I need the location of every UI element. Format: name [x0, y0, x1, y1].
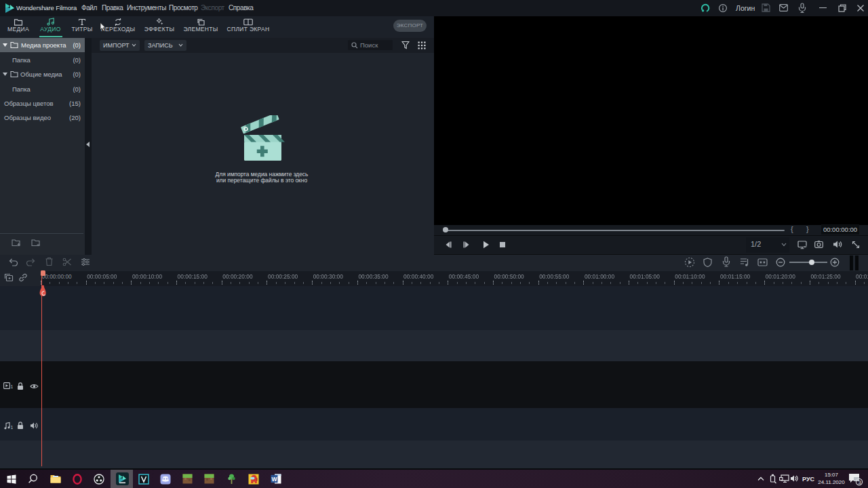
svg-text:1: 1 — [11, 425, 14, 430]
svg-text:W: W — [272, 476, 278, 483]
svg-text:1: 1 — [11, 384, 14, 389]
svg-text:3: 3 — [858, 479, 861, 485]
